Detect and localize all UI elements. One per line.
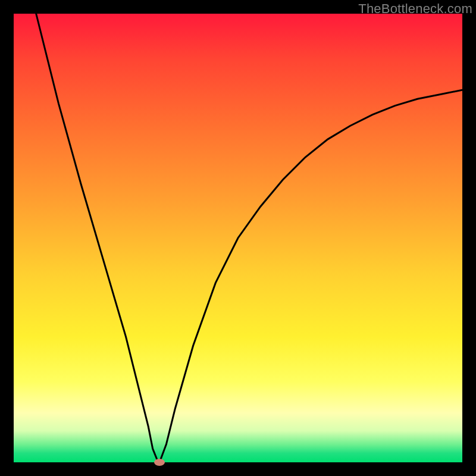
curve-left-branch [36,14,159,462]
watermark-text: TheBottleneck.com [358,1,472,17]
curve-right-branch [159,90,462,462]
chart-plot-area [14,14,462,462]
chart-curve-svg [14,14,462,462]
minimum-marker [154,459,165,466]
